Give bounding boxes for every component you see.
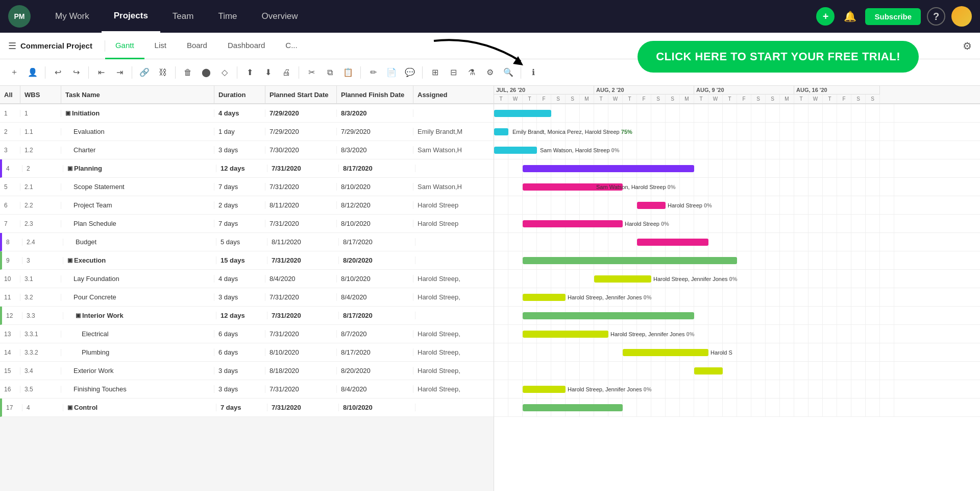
gantt-bar[interactable] (494, 147, 537, 154)
table-row[interactable]: 13 3.3.1 Electrical 6 days 7/31/2020 8/7… (0, 325, 494, 343)
table-row[interactable]: 7 2.3 Plan Schedule 7 days 7/31/2020 8/1… (0, 215, 494, 233)
settings2-btn[interactable]: ⚙ (482, 64, 498, 81)
table-row[interactable]: 8 2.4 Budget 5 days 8/11/2020 8/17/2020 (0, 233, 494, 251)
indent-btn[interactable]: ⇤ (93, 64, 109, 81)
tab-gantt[interactable]: Gantt (105, 33, 144, 59)
grid-col (694, 141, 708, 159)
table-row[interactable]: 5 2.1 Scope Statement 7 days 7/31/2020 8… (0, 178, 494, 196)
table-row[interactable]: 3 1.2 Charter 3 days 7/30/2020 8/3/2020 … (0, 141, 494, 159)
nav-mywork[interactable]: My Work (43, 0, 102, 33)
cell-task[interactable]: Electrical (61, 330, 214, 338)
table-row[interactable]: 10 3.1 Lay Foundation 4 days 8/4/2020 8/… (0, 270, 494, 288)
cell-task[interactable]: Project Team (61, 201, 214, 209)
redo-btn[interactable]: ↪ (68, 64, 84, 81)
grid-col (766, 215, 780, 232)
outdent-btn[interactable]: ⇥ (111, 64, 128, 81)
unlink-btn[interactable]: ⛓ (155, 64, 171, 81)
table-row[interactable]: 11 3.2 Pour Concrete 3 days 7/31/2020 8/… (0, 288, 494, 307)
add-user-btn[interactable]: 👤 (24, 64, 41, 81)
add-task-btn[interactable]: ＋ (6, 64, 22, 81)
filter-btn[interactable]: ⚗ (463, 64, 480, 81)
cell-task[interactable]: Evaluation (61, 128, 214, 135)
avatar[interactable] (951, 6, 972, 27)
tab-other[interactable]: C... (275, 33, 307, 59)
table-row[interactable]: 1 1 ▣Initiation 4 days 7/29/2020 8/3/202… (0, 104, 494, 123)
tab-board[interactable]: Board (177, 33, 217, 59)
cell-task[interactable]: ▣Execution (63, 256, 216, 264)
cell-num: 16 (0, 386, 20, 393)
zoom-btn[interactable]: 🔍 (500, 64, 517, 81)
diamond-btn[interactable]: ◇ (216, 64, 233, 81)
table-row[interactable]: 9 3 ▣Execution 15 days 7/31/2020 8/20/20… (0, 251, 494, 270)
table-row[interactable]: 12 3.3 ▣Interior Work 12 days 7/31/2020 … (0, 307, 494, 325)
copy-btn[interactable]: ⬤ (198, 64, 214, 81)
settings-icon[interactable]: ⚙ (963, 40, 972, 52)
nav-overview[interactable]: Overview (250, 0, 310, 33)
gantt-bar[interactable] (523, 404, 623, 411)
info-btn[interactable]: ℹ (525, 64, 542, 81)
gantt-bar[interactable] (494, 110, 551, 117)
table-row[interactable]: 4 2 ▣Planning 12 days 7/31/2020 8/17/202… (0, 159, 494, 178)
gantt-bar[interactable] (523, 331, 608, 338)
edit-btn[interactable]: ✏ (365, 64, 381, 81)
gantt-bar[interactable] (523, 386, 566, 393)
help-button[interactable]: ? (927, 7, 945, 26)
nav-team[interactable]: Team (160, 0, 206, 33)
grid-view-btn[interactable]: ⊞ (427, 64, 443, 81)
table-view-btn[interactable]: ⊟ (445, 64, 461, 81)
table-row[interactable]: 6 2.2 Project Team 2 days 8/11/2020 8/12… (0, 196, 494, 215)
cell-task[interactable]: Plumbing (61, 348, 214, 356)
cell-wbs: 2.3 (20, 220, 61, 227)
tab-list[interactable]: List (144, 33, 177, 59)
table-row[interactable]: 14 3.3.2 Plumbing 6 days 8/10/2020 8/17/… (0, 343, 494, 362)
print-btn[interactable]: 🖨 (278, 64, 295, 81)
gantt-bar[interactable] (523, 220, 623, 227)
gantt-bar[interactable] (523, 257, 737, 264)
gantt-bar[interactable] (523, 294, 566, 301)
subscribe-button[interactable]: Subscribe (865, 8, 921, 25)
gantt-bar[interactable] (494, 128, 508, 135)
upload-btn[interactable]: ⬆ (241, 64, 258, 81)
link-btn[interactable]: 🔗 (136, 64, 153, 81)
gantt-bar[interactable] (594, 275, 651, 283)
cta-button[interactable]: CLICK HERE TO START YOUR FREE TRIAL! (638, 41, 919, 73)
paste-btn[interactable]: 📋 (340, 64, 356, 81)
tab-dashboard[interactable]: Dashboard (217, 33, 275, 59)
comment-btn[interactable]: 💬 (402, 64, 418, 81)
cell-task[interactable]: Lay Foundation (61, 275, 214, 283)
cut-btn[interactable]: ✂ (303, 64, 320, 81)
cell-task[interactable]: Charter (61, 146, 214, 154)
cell-task[interactable]: Pour Concrete (61, 293, 214, 301)
logo[interactable]: PM (8, 5, 31, 28)
table-row[interactable]: 16 3.5 Finishing Touches 3 days 7/31/202… (0, 380, 494, 399)
cell-task[interactable]: Plan Schedule (61, 220, 214, 227)
gantt-bar[interactable] (523, 165, 694, 172)
copy2-btn[interactable]: ⧉ (322, 64, 338, 81)
cell-task[interactable]: Budget (63, 238, 216, 246)
delete-btn[interactable]: 🗑 (180, 64, 196, 81)
gantt-bar[interactable] (637, 239, 708, 246)
add-button[interactable]: + (816, 7, 835, 26)
hamburger-icon[interactable]: ☰ (8, 40, 16, 52)
cell-task[interactable]: Finishing Touches (61, 385, 214, 393)
cell-task[interactable]: ▣Initiation (61, 109, 214, 117)
cell-task[interactable]: Exterior Work (61, 367, 214, 375)
table-row[interactable]: 17 4 ▣Control 7 days 7/31/2020 8/10/2020 (0, 399, 494, 417)
gantt-bar[interactable] (694, 367, 723, 375)
table-row[interactable]: 15 3.4 Exterior Work 3 days 8/18/2020 8/… (0, 362, 494, 380)
grid-col (851, 123, 866, 141)
download-btn[interactable]: ⬇ (260, 64, 276, 81)
note-btn[interactable]: 📄 (383, 64, 400, 81)
cell-task[interactable]: ▣Interior Work (63, 312, 216, 319)
undo-btn[interactable]: ↩ (50, 64, 66, 81)
table-row[interactable]: 2 1.1 Evaluation 1 day 7/29/2020 7/29/20… (0, 123, 494, 141)
cell-task[interactable]: Scope Statement (61, 183, 214, 191)
nav-time[interactable]: Time (206, 0, 249, 33)
gantt-bar[interactable] (623, 349, 708, 356)
cell-task[interactable]: ▣Control (63, 404, 216, 411)
gantt-bar[interactable] (637, 202, 666, 209)
gantt-bar[interactable] (523, 312, 694, 319)
nav-projects[interactable]: Projects (102, 0, 160, 33)
bell-icon[interactable]: 🔔 (841, 7, 859, 26)
cell-task[interactable]: ▣Planning (63, 165, 216, 172)
